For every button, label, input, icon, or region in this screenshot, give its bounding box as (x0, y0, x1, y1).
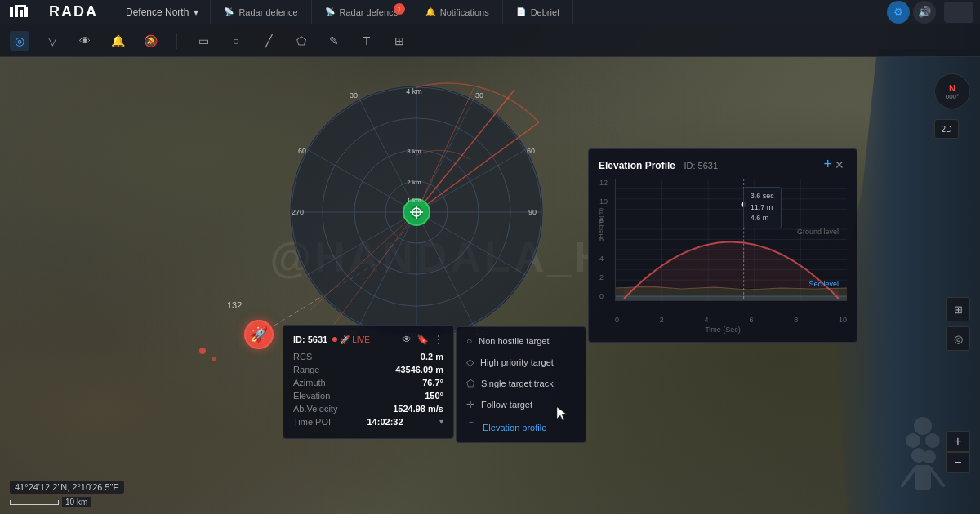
follow-target-icon: ✛ (466, 399, 474, 410)
settings-button[interactable]: ⚙ (887, 1, 910, 24)
view-mode-button[interactable]: 2D (934, 119, 959, 139)
tab-label-2: Radar defence (340, 7, 399, 17)
nav-title[interactable]: Defence North ▾ (114, 0, 211, 24)
svg-rect-71 (915, 465, 931, 490)
elevation-profile-icon: ⌒ (466, 420, 476, 434)
svg-text:90: 90 (528, 208, 537, 216)
svg-rect-5 (10, 7, 13, 17)
sound-button[interactable]: 🔊 (913, 1, 936, 24)
zoom-in-button[interactable]: + (946, 431, 970, 452)
tooltip-level: 4.6 m (751, 213, 774, 224)
svg-text:30: 30 (475, 91, 483, 100)
target-lock-button[interactable]: ◎ (946, 326, 970, 351)
toolbar-separator-1 (176, 33, 177, 49)
elevation-close-button[interactable]: ✕ (832, 157, 847, 172)
navbar: RADA Defence North ▾ 📡 Radar defence 📡 R… (0, 0, 980, 24)
elevation-label: Elevation (293, 391, 330, 401)
pencil-tool[interactable]: ✎ (324, 31, 344, 51)
range-label: Range (293, 365, 319, 374)
chart-tooltip: 3.6 sec 11.7 m 4.6 m (743, 187, 782, 228)
radar-svg: 4 km 3 km 2 km 1 km 270 90 30 30 60 60 1… (286, 82, 547, 343)
ctx-non-hostile-label: Non hostile target (479, 336, 549, 346)
visibility-icon[interactable]: 👁 (402, 334, 412, 345)
coordinates-display: 41°24'12.2"N, 2°10'26.5"E (10, 481, 124, 494)
ctx-non-hostile[interactable]: ○ Non hostile target (457, 330, 586, 352)
ctx-single-track-label: Single target track (481, 379, 554, 388)
ctx-single-track[interactable]: ⬠ Single target track (457, 373, 586, 394)
svg-rect-10 (20, 10, 23, 12)
elevation-card-header: Elevation Profile ID: 5631 + ✕ (599, 157, 847, 172)
expand-icon[interactable]: ▾ (439, 417, 443, 427)
compass-rose[interactable]: N 000° (934, 73, 970, 109)
tab-badge-2: 1 (394, 3, 405, 15)
tab-radar-defence-2[interactable]: 📡 Radar defence 1 (312, 0, 412, 24)
target-id: ID: 5631 (293, 335, 327, 344)
circle-tool[interactable]: ○ (226, 31, 246, 51)
svg-rect-8 (24, 7, 28, 17)
single-track-icon: ⬠ (466, 378, 474, 389)
text-tool[interactable]: T (357, 31, 376, 51)
sea-level-label: Sec level (808, 280, 839, 288)
target-info-card: ID: 5631 🚀 LIVE 👁 🔖 ⋮ RCS 0.2 m Range 43… (283, 325, 454, 439)
nav-title-arrow: ▾ (194, 7, 198, 18)
elevation-expand-button[interactable]: + (823, 156, 832, 173)
abvelocity-label: Ab.Velocity (293, 404, 337, 414)
rect-tool[interactable]: ▭ (194, 31, 213, 51)
y-axis-labels: 12 10 8 6 4 2 0 (599, 179, 608, 300)
live-badge: 🚀 LIVE (332, 335, 370, 344)
elevation-row: Elevation 150° (293, 391, 443, 401)
right-icons: ⊞ ◎ (946, 297, 970, 351)
ctx-elevation-profile[interactable]: ⌒ Elevation profile (457, 415, 586, 439)
rcs-row: RCS 0.2 m (293, 352, 443, 361)
tab-notifications[interactable]: 🔔 Notifications (412, 0, 503, 24)
abvelocity-value: 1524.98 m/s (393, 404, 443, 414)
svg-text:270: 270 (292, 208, 304, 216)
tooltip-time: 3.6 sec (751, 191, 774, 202)
eye-tool[interactable]: 👁 (75, 31, 95, 51)
tab-radar-defence-1[interactable]: 📡 Radar defence (211, 0, 311, 24)
elevation-title: Elevation Profile (599, 160, 675, 171)
more-icon[interactable]: ⋮ (434, 334, 443, 345)
scale-line (10, 500, 59, 505)
bell-mute-tool[interactable]: 🔕 (140, 31, 160, 51)
ctx-follow-target[interactable]: ✛ Follow target (457, 394, 586, 415)
nav-title-text: Defence North (126, 7, 189, 18)
ctx-high-priority[interactable]: ◇ High priority target (457, 352, 586, 373)
ground-level-label: Ground level (797, 228, 839, 236)
high-priority-icon: ◇ (466, 357, 474, 368)
zoom-out-button[interactable]: − (946, 452, 970, 473)
bottom-left: 41°24'12.2"N, 2°10'26.5"E 10 km (10, 481, 124, 507)
ctx-follow-target-label: Follow target (481, 400, 532, 410)
rada-logo (10, 5, 42, 20)
svg-point-67 (906, 433, 920, 448)
layers-tool[interactable]: ⊞ (390, 31, 409, 51)
svg-rect-9 (15, 5, 26, 7)
elevation-card-id: ID: 5631 (684, 161, 718, 171)
target-marker[interactable]: 🚀 (244, 320, 274, 349)
ctx-high-priority-label: High priority target (480, 357, 554, 367)
live-dot (332, 337, 337, 342)
target-tool[interactable]: ◎ (10, 31, 29, 51)
azimuth-label: Azimuth (293, 378, 326, 388)
bookmark-icon[interactable]: 🔖 (416, 334, 429, 345)
svg-text:1 km: 1 km (407, 197, 421, 204)
bell-tool[interactable]: 🔔 (108, 31, 127, 51)
pentagon-tool[interactable]: ⬠ (292, 31, 311, 51)
azimuth-row: Azimuth 76.7° (293, 378, 443, 388)
tab-debrief[interactable]: 📄 Debrief (503, 0, 573, 24)
svg-point-68 (925, 433, 940, 448)
info-card-header: ID: 5631 🚀 LIVE 👁 🔖 ⋮ (293, 334, 443, 345)
svg-text:30: 30 (350, 91, 358, 100)
nav-tabs: 📡 Radar defence 📡 Radar defence 1 🔔 Noti… (211, 0, 880, 24)
layers-button[interactable]: ⊞ (946, 297, 970, 321)
scale-bar: 10 km (10, 497, 124, 507)
tab-label-3: Notifications (440, 7, 489, 17)
line-tool[interactable]: ╱ (259, 31, 278, 51)
filter-tool[interactable]: ▽ (42, 31, 62, 51)
elevation-chart: 12 10 8 6 4 2 0 (615, 179, 847, 301)
rcs-label: RCS (293, 352, 312, 361)
svg-text:4 km: 4 km (406, 87, 422, 95)
info-card-icons: 👁 🔖 ⋮ (402, 334, 443, 345)
elevation-profile-card: Elevation Profile ID: 5631 + ✕ Height (m… (588, 148, 858, 343)
logo-area: RADA (0, 0, 114, 24)
